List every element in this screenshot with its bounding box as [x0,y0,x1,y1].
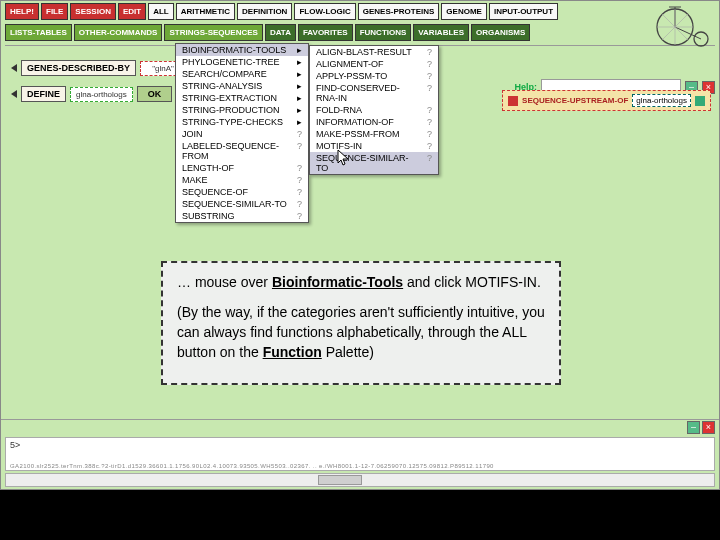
green-box-icon [695,96,705,106]
all-button[interactable]: ALL [148,3,174,20]
mi-bioinformatic-tools[interactable]: BIOINFORMATIC-TOOLS▸ [176,44,308,56]
bottom-area: – × 5> GA2100.slr2525.terTnm.388c.?2-tir… [1,419,719,489]
bioinformatic-tools-submenu: ALIGN-BLAST-RESULT? ALIGNMENT-OF? APPLY-… [309,45,439,175]
genome-button[interactable]: GENOME [441,3,487,20]
svg-line-9 [675,14,688,27]
console-minimize-icon[interactable]: – [687,421,700,434]
horizontal-scrollbar[interactable] [5,473,715,487]
definition-button[interactable]: DEFINITION [237,3,292,20]
variables-button[interactable]: VARIABLES [413,24,469,41]
flow-logic-button[interactable]: FLOW-LOGIC [294,3,355,20]
define-chip[interactable]: DEFINE [21,86,66,102]
callout-p2: (By the way, if the categories aren't su… [177,303,545,363]
genes-proteins-button[interactable]: GENES-PROTEINS [358,3,440,20]
mi-align-blast-result[interactable]: ALIGN-BLAST-RESULT? [310,46,438,58]
mi-apply-pssm-to[interactable]: APPLY-PSSM-TO? [310,70,438,82]
file-button[interactable]: FILE [41,3,68,20]
mi-string-extraction[interactable]: STRING-EXTRACTION▸ [176,92,308,104]
collapse-arrow-icon[interactable] [11,90,17,98]
mi-phylogenetic-tree[interactable]: PHYLOGENETIC-TREE▸ [176,56,308,68]
mi-sequence-similar-to-2[interactable]: SEQUENCE-SIMILAR-TO? [310,152,438,174]
instruction-callout: … mouse over Bioinformatic-Tools and cli… [161,261,561,385]
seq-upstream-value: glna-orthologs [632,94,691,107]
mi-string-production[interactable]: STRING-PRODUCTION▸ [176,104,308,116]
favorites-button[interactable]: FAVORITES [298,24,353,41]
seq-upstream-label: SEQUENCE-UPSTREAM-OF [522,96,628,105]
orthologs-var[interactable]: glna-orthologs [70,87,133,102]
strings-sequences-button[interactable]: STRINGS-SEQUENCES [164,24,262,41]
ok-button[interactable]: OK [137,86,173,102]
svg-line-12 [662,14,675,27]
mi-find-conserved-rna-in[interactable]: FIND-CONSERVED-RNA-IN? [310,82,438,104]
input-output-button[interactable]: INPUT-OUTPUT [489,3,558,20]
other-commands-button[interactable]: OTHER-COMMANDS [74,24,163,41]
mi-motifs-in[interactable]: MOTIFS-IN? [310,140,438,152]
strings-sequences-menu: BIOINFORMATIC-TOOLS▸ PHYLOGENETIC-TREE▸ … [175,43,309,223]
collapse-arrow-icon[interactable] [11,64,17,72]
mi-length-of[interactable]: LENGTH-OF? [176,162,308,174]
data-button[interactable]: DATA [265,24,296,41]
mi-search-compare[interactable]: SEARCH/COMPARE▸ [176,68,308,80]
mi-labeled-sequence-from[interactable]: LABELED-SEQUENCE-FROM? [176,140,308,162]
mi-string-analysis[interactable]: STRING-ANALYSIS▸ [176,80,308,92]
mi-sequence-of[interactable]: SEQUENCE-OF? [176,186,308,198]
mouse-cursor-icon [337,149,351,167]
console-prompt: 5> [6,438,714,452]
palette-row-2: LISTS-TABLES OTHER-COMMANDS STRINGS-SEQU… [1,22,719,43]
callout-p1: … mouse over Bioinformatic-Tools and cli… [177,273,545,293]
help-button[interactable]: HELP! [5,3,39,20]
mi-information-of[interactable]: INFORMATION-OF? [310,116,438,128]
edit-button[interactable]: EDIT [118,3,146,20]
mi-make[interactable]: MAKE? [176,174,308,186]
mi-fold-rna[interactable]: FOLD-RNA? [310,104,438,116]
mi-make-pssm-from[interactable]: MAKE-PSSM-FROM? [310,128,438,140]
mi-substring[interactable]: SUBSTRING? [176,210,308,222]
console-controls: – × [1,419,719,435]
app-window: HELP! FILE SESSION EDIT ALL ARITHMETIC D… [0,0,720,490]
svg-line-10 [662,27,675,40]
mi-sequence-similar-to[interactable]: SEQUENCE-SIMILAR-TO? [176,198,308,210]
svg-line-11 [675,27,688,40]
console-trace: GA2100.slr2525.terTnm.388c.?2-tirD1.d152… [10,463,690,469]
mi-join[interactable]: JOIN? [176,128,308,140]
penny-farthing-logo [653,3,713,47]
functions-button[interactable]: FUNCTIONS [355,24,412,41]
mi-string-type-checks[interactable]: STRING-TYPE-CHECKS▸ [176,116,308,128]
lists-tables-button[interactable]: LISTS-TABLES [5,24,72,41]
console-pane[interactable]: 5> GA2100.slr2525.terTnm.388c.?2-tirD1.d… [5,437,715,471]
organisms-button[interactable]: ORGANISMS [471,24,530,41]
scrollbar-thumb[interactable] [318,475,362,485]
red-box-icon [508,96,518,106]
sequence-upstream-chip[interactable]: SEQUENCE-UPSTREAM-OF glna-orthologs [502,90,711,111]
arithmetic-button[interactable]: ARITHMETIC [176,3,235,20]
session-button[interactable]: SESSION [70,3,116,20]
console-close-icon[interactable]: × [702,421,715,434]
palette-row-1: HELP! FILE SESSION EDIT ALL ARITHMETIC D… [1,1,719,22]
genes-described-by-chip[interactable]: GENES-DESCRIBED-BY [21,60,136,76]
mi-alignment-of[interactable]: ALIGNMENT-OF? [310,58,438,70]
